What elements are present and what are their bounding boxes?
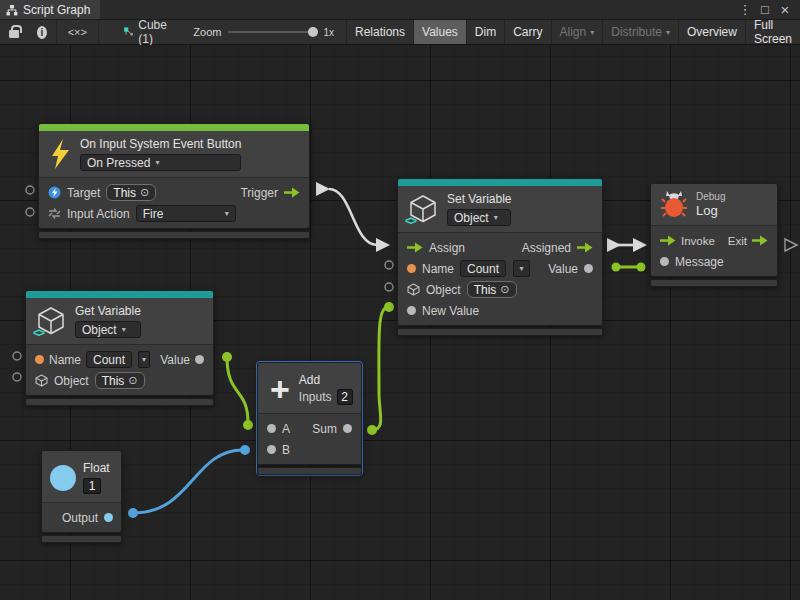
- chevron-down-icon[interactable]: ▾: [138, 351, 150, 368]
- variable-name-dropdown[interactable]: Count: [86, 351, 132, 368]
- node-title: On Input System Event Button: [80, 137, 241, 151]
- port-label: New Value: [422, 304, 479, 318]
- zoom-slider[interactable]: [228, 31, 316, 33]
- unconnected-port[interactable]: [13, 373, 21, 381]
- port-invoke[interactable]: [660, 235, 676, 246]
- graph-toolbar: i <×> Cube (1) Zoom 1x Relations Values …: [0, 20, 800, 45]
- float-literal-icon: [50, 465, 76, 491]
- target-self-pill[interactable]: This ⊙: [106, 184, 156, 201]
- tab-title: Script Graph: [23, 3, 90, 17]
- port-assign[interactable]: [407, 242, 423, 253]
- maximize-icon[interactable]: □: [756, 2, 774, 17]
- menu-icon[interactable]: ⋮: [736, 2, 754, 17]
- inputs-label: Inputs: [299, 390, 332, 404]
- wire-endpoint: [128, 508, 138, 518]
- chevron-down-icon: ▾: [494, 213, 498, 222]
- carry-button[interactable]: Carry: [504, 20, 550, 44]
- port-assigned[interactable]: [577, 242, 593, 253]
- chevron-down-icon: ▾: [122, 325, 126, 334]
- node-set-variable[interactable]: <> Set Variable Object ▾: [397, 178, 603, 336]
- graph-target-label: Cube (1): [138, 18, 171, 46]
- node-accent-bar: [26, 291, 213, 298]
- lock-icon: [9, 30, 19, 38]
- port-label: Assigned: [522, 241, 571, 255]
- graph-icon: [6, 4, 18, 16]
- dim-button[interactable]: Dim: [466, 20, 504, 44]
- unconnected-port[interactable]: [26, 186, 34, 194]
- code-icon: <×>: [68, 26, 87, 38]
- node-float[interactable]: Float 1 Output: [41, 450, 122, 543]
- values-button[interactable]: Values: [413, 20, 466, 44]
- unconnected-port[interactable]: [13, 352, 21, 360]
- object-self-pill[interactable]: This ⊙: [467, 281, 517, 298]
- node-debug-log[interactable]: Debug Log Invoke Exit: [650, 183, 778, 287]
- lock-button[interactable]: [0, 20, 28, 44]
- close-icon[interactable]: ×: [776, 1, 794, 18]
- wire-endpoint: [367, 425, 377, 435]
- port-label: A: [282, 422, 290, 436]
- port-new-value[interactable]: [407, 306, 416, 315]
- port-a[interactable]: [267, 424, 276, 433]
- variable-kind-dropdown[interactable]: Object ▾: [447, 209, 511, 226]
- input-action-dropdown[interactable]: Fire ▾: [136, 205, 236, 222]
- wire-endpoint: [612, 263, 621, 272]
- variable-kind-dropdown[interactable]: Object ▾: [75, 321, 141, 338]
- port-label: Exit: [728, 235, 747, 247]
- node-on-input-event[interactable]: On Input System Event Button On Pressed …: [38, 123, 310, 239]
- wire-endpoint: [243, 420, 253, 430]
- chevron-down-icon: ▾: [225, 209, 229, 218]
- value-wire-add-to-set: [372, 307, 388, 430]
- float-value-field[interactable]: 1: [83, 478, 101, 494]
- tab-script-graph[interactable]: Script Graph: [0, 0, 100, 19]
- inputs-count-field[interactable]: 2: [337, 389, 353, 405]
- port-name[interactable]: [407, 264, 416, 273]
- port-name[interactable]: [35, 355, 44, 364]
- port-message[interactable]: [660, 257, 669, 266]
- node-add[interactable]: + Add Inputs 2 A Sum: [256, 361, 363, 476]
- node-footer: [38, 231, 310, 239]
- wire-endpoint: [637, 263, 646, 272]
- node-accent-bar: [39, 124, 309, 131]
- flow-wire-start-arrow: [316, 182, 330, 196]
- relations-button[interactable]: Relations: [346, 20, 413, 44]
- port-output[interactable]: [104, 513, 113, 522]
- port-trigger[interactable]: [284, 187, 300, 198]
- align-button[interactable]: Align▾: [551, 20, 603, 44]
- full-screen-button[interactable]: Full Screen: [745, 20, 800, 44]
- object-cube-icon: [407, 283, 420, 296]
- port-value[interactable]: [195, 355, 204, 364]
- port-exit[interactable]: [752, 235, 768, 246]
- code-preview-button[interactable]: <×>: [57, 20, 98, 44]
- unconnected-port[interactable]: [385, 261, 393, 269]
- port-label: Name: [422, 262, 454, 276]
- overview-button[interactable]: Overview: [678, 20, 745, 44]
- flow-wire-event-to-set: [329, 189, 377, 245]
- chevron-down-icon[interactable]: ▾: [513, 260, 530, 277]
- port-label: Message: [675, 255, 724, 269]
- port-label: Name: [49, 353, 81, 367]
- chevron-down-icon: ▾: [666, 28, 670, 37]
- distribute-button[interactable]: Distribute▾: [602, 20, 678, 44]
- variable-name-dropdown[interactable]: Count: [460, 260, 506, 277]
- port-b[interactable]: [267, 445, 276, 454]
- node-footer: [257, 467, 362, 475]
- flow-wire-end-arrow: [376, 238, 390, 252]
- info-button[interactable]: i: [28, 20, 56, 44]
- node-get-variable[interactable]: <> Get Variable Object ▾ Name Count: [25, 290, 214, 406]
- toolbar-mode-buttons: Relations Values Dim Carry Align▾ Distri…: [346, 20, 800, 44]
- graph-canvas[interactable]: On Input System Event Button On Pressed …: [0, 45, 800, 600]
- unconnected-port[interactable]: [385, 283, 393, 291]
- exit-unconnected-arrow[interactable]: [785, 239, 797, 251]
- zoom-slider-handle[interactable]: [308, 27, 318, 37]
- node-title: Float: [83, 461, 110, 475]
- port-value[interactable]: [584, 264, 593, 273]
- object-self-pill[interactable]: This ⊙: [95, 372, 145, 389]
- event-mode-dropdown[interactable]: On Pressed ▾: [80, 154, 241, 171]
- graph-target[interactable]: Cube (1): [99, 20, 184, 44]
- port-sum[interactable]: [343, 424, 352, 433]
- wire-endpoint: [384, 302, 394, 312]
- object-brackets-icon: <>: [405, 214, 415, 228]
- unconnected-port[interactable]: [26, 208, 34, 216]
- port-label: Output: [62, 511, 98, 525]
- tab-bar: Script Graph ⋮ □ ×: [0, 0, 800, 20]
